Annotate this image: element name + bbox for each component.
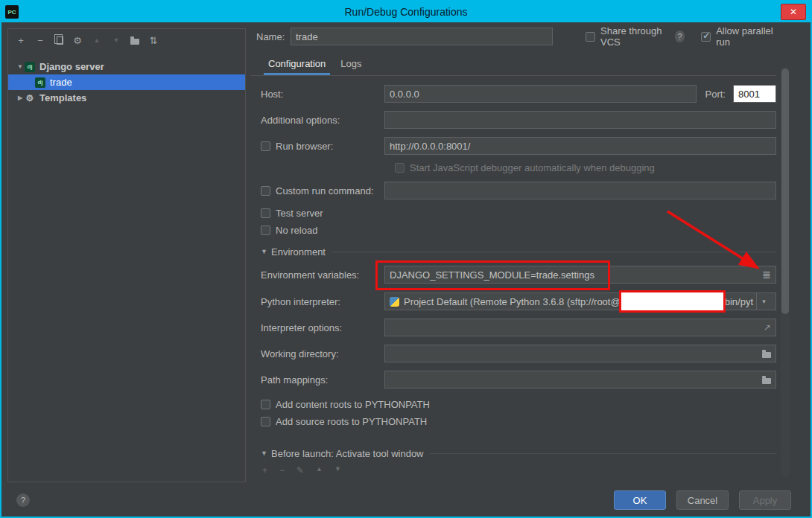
custom-run-command-label: Custom run command: [276,185,374,196]
additional-options-input[interactable] [384,111,776,129]
path-mappings-label: Path mappings: [261,374,384,386]
port-label: Port: [705,89,726,100]
run-debug-configurations-dialog: PC Run/Debug Configurations ✕ + − ⚙ ▲ ▼ … [0,0,812,518]
add-icon[interactable]: + [16,35,26,46]
before-launch-toolbar: + − ✎ ▲ ▼ [261,465,776,476]
port-input[interactable]: 8001 [733,85,776,103]
move-up-icon[interactable]: ▲ [92,36,102,44]
sort-icon[interactable]: ⇅ [148,35,159,46]
path-mappings-input[interactable] [384,371,776,388]
titlebar: PC Run/Debug Configurations ✕ [1,1,811,22]
tree-item-label: Django server [39,61,104,72]
chevron-down-icon[interactable]: ▼ [756,293,771,310]
js-debugger-label: Start JavaScript debugger automatically … [410,162,655,173]
help-icon[interactable]: ? [16,493,30,507]
add-content-roots-label: Add content roots to PYTHONPATH [276,399,430,410]
run-browser-url-input[interactable]: http://0.0.0.0:8001/ [384,137,776,155]
tree-item-templates[interactable]: ▶ ⚙ Templates [8,90,245,106]
custom-run-command-input[interactable] [384,182,776,199]
apply-button[interactable]: Apply [739,490,791,510]
edit-templates-icon[interactable]: ⚙ [72,35,83,46]
tree-item-django-server[interactable]: ▼ dj Django server [8,59,245,74]
allow-parallel-run-checkbox[interactable] [701,32,711,42]
run-browser-checkbox[interactable] [261,141,270,151]
folder-icon[interactable] [762,378,771,384]
browse-env-vars-icon[interactable]: ≣ [762,269,771,281]
name-label: Name: [256,31,291,42]
configurations-tree: ▼ dj Django server dj trade ▶ ⚙ Template… [8,59,245,106]
add-content-roots-checkbox[interactable] [261,400,270,409]
chevron-right-icon[interactable]: ▶ [16,95,25,101]
chevron-down-icon: ▼ [261,248,271,255]
configurations-tree-panel: + − ⚙ ▲ ▼ ⇅ ▼ dj Django server dj trade … [7,28,246,482]
python-icon [390,297,399,307]
move-up-icon[interactable]: ▲ [316,465,323,476]
tab-logs[interactable]: Logs [333,55,369,75]
custom-run-command-checkbox[interactable] [261,186,270,196]
wrench-icon: ⚙ [25,93,35,103]
python-interpreter-select[interactable]: Project Default (Remote Python 3.6.8 (sf… [384,292,776,310]
tree-item-trade[interactable]: dj trade [8,74,245,90]
redaction-box [619,290,726,313]
js-debugger-checkbox[interactable] [395,163,405,173]
share-through-vcs-checkbox[interactable] [586,32,595,42]
working-directory-input[interactable] [384,345,776,362]
copy-icon[interactable] [57,36,63,45]
dialog-footer: ? OK Cancel Apply [1,482,811,517]
add-icon[interactable]: + [262,465,267,476]
new-folder-icon[interactable] [130,39,139,45]
share-through-vcs-label: Share through VCS [600,25,669,48]
remove-icon[interactable]: − [35,35,45,46]
additional-options-label: Additional options: [261,115,384,126]
tree-item-label: trade [50,77,72,88]
no-reload-checkbox[interactable] [261,226,270,235]
working-directory-label: Working directory: [261,348,384,359]
add-source-roots-label: Add source roots to PYTHONPATH [276,416,427,427]
host-label: Host: [261,89,384,100]
vertical-scrollbar[interactable] [781,67,790,478]
name-input[interactable]: trade [291,28,553,45]
scrollbar-thumb[interactable] [781,68,789,314]
run-browser-label: Run browser: [276,141,333,152]
chevron-down-icon: ▼ [261,450,271,457]
environment-variables-label: Environment variables: [261,269,384,281]
edit-icon[interactable]: ✎ [296,465,304,476]
interpreter-options-input[interactable]: ↗ [384,319,776,336]
host-input[interactable]: 0.0.0.0 [384,85,697,103]
no-reload-label: No reload [276,225,317,236]
test-server-label: Test server [276,208,323,219]
before-launch-label: Before launch: Activate tool window [271,448,424,459]
chevron-down-icon[interactable]: ▼ [16,63,25,70]
move-down-icon[interactable]: ▼ [334,465,341,476]
interpreter-options-label: Interpreter options: [261,322,384,333]
before-launch-section-header[interactable]: ▼ Before launch: Activate tool window [261,447,776,459]
close-button[interactable]: ✕ [781,4,806,20]
add-source-roots-checkbox[interactable] [261,417,270,426]
folder-icon[interactable] [762,352,771,358]
tree-toolbar: + − ⚙ ▲ ▼ ⇅ [8,29,245,51]
expand-icon[interactable]: ↗ [764,322,771,333]
test-server-checkbox[interactable] [261,208,270,218]
remove-icon[interactable]: − [279,465,285,476]
environment-variables-input[interactable]: DJANGO_SETTINGS_MODULE=trade.settings ≣ [384,266,776,284]
environment-section-header[interactable]: ▼ Environment [261,246,776,258]
config-tabs: Configuration Logs [250,55,776,76]
tab-configuration[interactable]: Configuration [261,55,333,75]
django-icon: dj [25,62,35,72]
cancel-button[interactable]: Cancel [676,490,729,510]
help-icon[interactable]: ? [675,31,685,42]
tree-item-label: Templates [39,92,86,103]
allow-parallel-run-label: Allow parallel run [716,25,776,48]
configuration-editor: Name: trade Share through VCS ? Allow pa… [250,27,776,476]
ok-button[interactable]: OK [614,490,666,510]
window-title: Run/Debug Configurations [1,6,811,18]
environment-section-label: Environment [271,246,326,258]
move-down-icon[interactable]: ▼ [111,36,121,44]
django-icon: dj [35,77,45,88]
python-interpreter-label: Python interpreter: [261,296,384,307]
